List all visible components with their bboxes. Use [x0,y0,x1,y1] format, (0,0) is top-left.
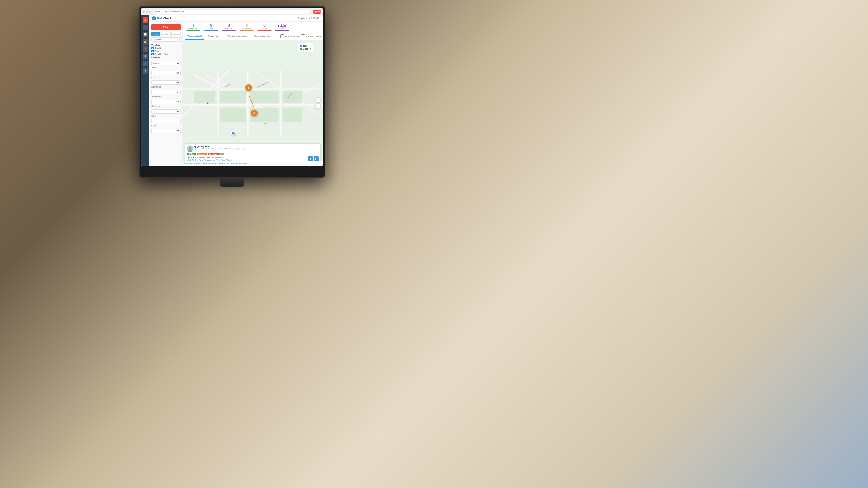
svg-rect-26 [283,107,302,122]
checkbox-task: Task [151,50,181,53]
header-right: English ▾ AP DEMO ▾ [298,17,321,20]
legend-task-label: Task [303,45,307,47]
stat-checkin[interactable]: 3 Check-in [221,23,237,31]
ticket-label: Ticket [262,27,267,29]
ticket-number: 0 [264,24,266,27]
popup-header: quyen.nguyen @1. Aisa Plus Office - Demo… [187,145,318,152]
date-btn-7days[interactable]: 7 Days [161,32,170,36]
tab-timeline-all[interactable]: Timeline(All) [185,33,204,40]
language-selector[interactable]: English ▾ [298,17,307,20]
map-marker-8[interactable]: 8 [251,110,258,116]
expand-each-task-option[interactable]: Expand each task [280,34,299,38]
stat-task[interactable]: 9 Task [203,23,219,31]
store-input[interactable] [151,119,181,123]
map-blue-marker [231,131,236,135]
checkin-task-checkbox[interactable] [151,53,154,56]
top-header: ✓ FieldCheck English ▾ AP DEMO ▾ [150,15,323,22]
svg-rect-22 [250,91,278,103]
sidebar-icon-list[interactable]: ☰ [143,25,148,30]
popup-navigation: ◀ ▶ [308,156,318,161]
checkin-checkbox[interactable] [151,47,154,50]
stat-active-users[interactable]: 3 Active Users [185,23,202,31]
group-select[interactable] [151,80,181,85]
sidebar-icon-chart[interactable]: 📊 [143,32,148,37]
marker-5-value: 5 [248,86,250,89]
area-select[interactable] [151,71,181,75]
timeline-section-title: Timeline [151,44,181,46]
svg-point-35 [188,150,192,152]
tag-more[interactable]: ... [219,153,224,155]
hide-map-option[interactable]: Hide map [301,34,313,38]
filter-panel: Filter 1 Day 7 Days 30 Days Timeline [150,22,183,166]
tab-photo-report[interactable]: Photo report [206,33,224,40]
browser-max-dot [149,11,151,13]
location-section-title: Location [151,57,181,59]
tab-user-summary[interactable]: User summary [252,33,273,40]
task-number: 9 [210,24,212,27]
legend-task: Task [300,44,311,47]
stat-sale[interactable]: 7,157 Sale [274,23,290,31]
region-select[interactable]: Region 2 [151,61,181,65]
logo-icon: ✓ [152,16,156,21]
checkin-label: Checkin [154,47,162,49]
store-label: Store [151,115,181,117]
distributor-select[interactable] [151,90,181,94]
user-menu[interactable]: AP DEMO ▾ [309,17,321,20]
right-content: 3 Active Users 9 Task [183,22,323,166]
sidebar-icon-people[interactable]: 👤 [143,61,148,66]
legend-checkin-label: Check-in [303,48,311,50]
other-label: Other [151,124,181,127]
popup-prev-button[interactable]: ◀ [308,156,313,161]
date-btn-1day[interactable]: 1 Day [151,32,160,36]
stat-ticket[interactable]: 0 Ticket [256,23,273,31]
filter-button[interactable]: Filter [151,24,181,30]
area-group-select[interactable] [151,100,181,104]
svg-rect-25 [283,91,302,103]
popup-store-link[interactable]: Store Merchandising Check [220,148,243,150]
setting-option[interactable]: Setting [315,36,321,37]
expand-checkbox[interactable] [280,34,284,38]
date-range-selector: 1 Day 7 Days 30 Days [151,32,181,36]
logo: ✓ FieldCheck [152,16,172,21]
date-to-input[interactable] [179,37,183,41]
browser-chrome: retail-stg.qand.me/HomeAdmin Update [141,8,323,15]
other-select[interactable] [151,129,181,133]
keyboard-shortcuts[interactable]: Keyboard shortcuts [184,163,200,164]
hide-map-checkbox[interactable] [301,34,305,38]
map-data-text: Map data ©2022 [203,163,216,164]
update-button[interactable]: Update [313,10,321,14]
sale-bar [275,30,289,31]
browser-close-dot [143,11,145,13]
sidebar-icon-grid[interactable]: ⊞ [143,18,148,23]
report-error-link[interactable]: Report a map error [231,163,247,164]
zoom-out-button[interactable]: − [315,103,321,109]
tab-ticket-management[interactable]: Ticket management [225,33,251,40]
stats-bar: 3 Active Users 9 Task [183,22,323,33]
popup-username: quyen.nguyen [194,145,318,148]
legend-checkin: Check-in [300,47,311,50]
sidebar-icon-settings[interactable]: ⚙ [143,54,148,59]
task-checkbox[interactable] [151,50,154,53]
sidebar-icon-bell[interactable]: 🔔 [143,39,148,44]
area-group-label: Area group [151,96,181,98]
map-marker-5[interactable]: 5 [245,84,252,91]
stat-photo-report[interactable]: 0 Photo report [239,23,255,31]
date-btn-30days[interactable]: 30 Days [172,32,181,36]
zoom-in-button[interactable]: + [315,97,321,103]
active-users-bar [186,30,200,31]
popup-next-button[interactable]: ▶ [314,156,318,161]
store-type-select[interactable] [151,109,181,113]
checkin-label: Check-in [225,27,233,29]
browser-url-bar[interactable]: retail-stg.qand.me/HomeAdmin [153,10,310,14]
store-type-label: Store type [151,105,181,107]
marker-8-value: 8 [253,111,255,115]
distributor-label: Distributor [151,86,181,88]
svg-point-34 [189,147,191,149]
legend-checkin-dot [300,47,302,50]
terms-link[interactable]: Terms of Use [218,163,229,164]
monitor-screen: retail-stg.qand.me/HomeAdmin Update ⊞ ☰ … [141,8,323,166]
date-from-input[interactable] [151,37,179,41]
sidebar-icon-upload[interactable]: ↑ [143,68,148,73]
photo-bar [240,30,254,31]
sidebar-icon-map[interactable]: 📍 [143,46,148,52]
